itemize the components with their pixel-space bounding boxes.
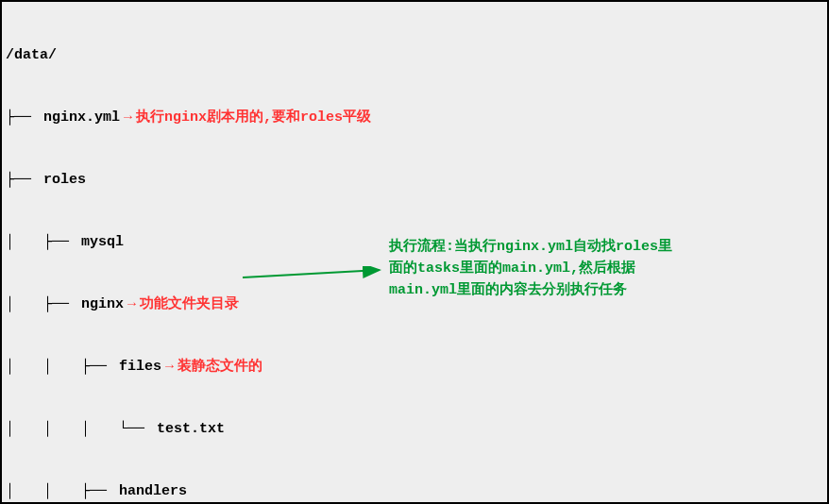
dir-roles: roles: [43, 170, 86, 191]
dir-handlers: handlers: [119, 481, 187, 502]
arrow-icon: →: [124, 108, 132, 128]
dir-files: files: [119, 357, 161, 378]
tree-row: │ │ │ └── test.txt: [6, 419, 823, 440]
flow-line1: 执行流程:当执行nginx.yml自动找roles里: [389, 236, 672, 258]
file-test-txt: test.txt: [157, 419, 225, 440]
arrow-icon: →: [127, 294, 136, 315]
tree-row: │ │ ├── files→装静态文件的: [6, 357, 823, 378]
dir-nginx: nginx: [81, 294, 124, 315]
flow-line2: 面的tasks里面的main.yml,然后根据: [389, 258, 672, 279]
root-dir: /data/: [6, 45, 57, 66]
flow-annotation: 执行流程:当执行nginx.yml自动找roles里 面的tasks里面的mai…: [389, 236, 672, 301]
root-line: /data/: [6, 45, 823, 66]
annotation-files: 装静态文件的: [178, 357, 262, 378]
tree-row: │ │ ├── handlers: [6, 481, 823, 502]
tree-row: ├── roles: [6, 170, 823, 191]
tree-row: ├── nginx.yml→执行nginx剧本用的,要和roles平级: [6, 108, 823, 128]
file-nginx-yml: nginx.yml: [43, 108, 120, 128]
annotation-nginx-yml: 执行nginx剧本用的,要和roles平级: [136, 108, 371, 128]
dir-mysql: mysql: [81, 232, 124, 253]
arrow-icon: →: [165, 357, 174, 378]
annotation-nginx: 功能文件夹目录: [140, 294, 239, 315]
flow-line3: main.yml里面的内容去分别执行任务: [389, 279, 672, 301]
